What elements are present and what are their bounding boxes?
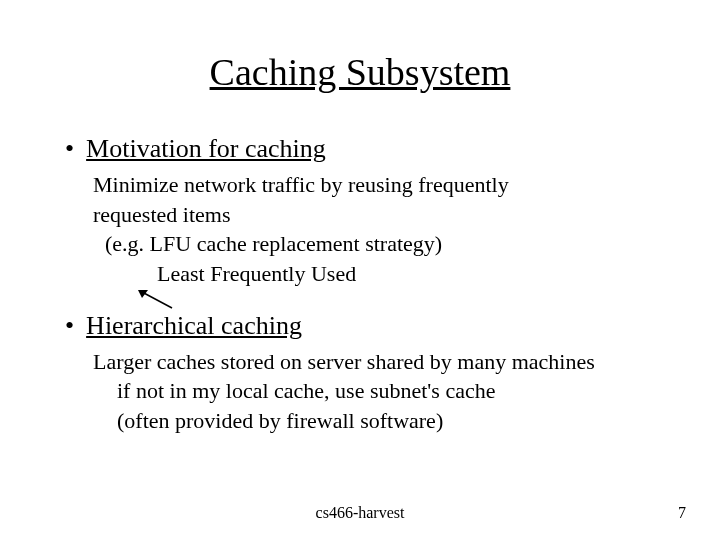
sub-line: Least Frequently Used bbox=[93, 259, 680, 289]
footer-label: cs466-harvest bbox=[0, 504, 720, 522]
sub-line: requested items bbox=[93, 200, 680, 230]
bullet-heading: Motivation for caching bbox=[86, 134, 326, 164]
sub-line: (e.g. LFU cache replacement strategy) bbox=[93, 229, 680, 259]
bullet-item: • Motivation for caching bbox=[65, 134, 680, 164]
bullet-mark: • bbox=[65, 313, 74, 339]
slide-body: • Motivation for caching Minimize networ… bbox=[0, 134, 720, 436]
sub-line: if not in my local cache, use subnet's c… bbox=[93, 376, 680, 406]
bullet-mark: • bbox=[65, 136, 74, 162]
bullet-item: • Hierarchical caching bbox=[65, 311, 680, 341]
sub-line: Minimize network traffic by reusing freq… bbox=[93, 170, 680, 200]
page-number: 7 bbox=[678, 504, 686, 522]
slide-title: Caching Subsystem bbox=[0, 50, 720, 94]
sub-line: Larger caches stored on server shared by… bbox=[93, 347, 680, 377]
bullet-subtext: Minimize network traffic by reusing freq… bbox=[93, 170, 680, 289]
bullet-subtext: Larger caches stored on server shared by… bbox=[93, 347, 680, 436]
bullet-heading: Hierarchical caching bbox=[86, 311, 302, 341]
sub-line: (often provided by firewall software) bbox=[93, 406, 680, 436]
